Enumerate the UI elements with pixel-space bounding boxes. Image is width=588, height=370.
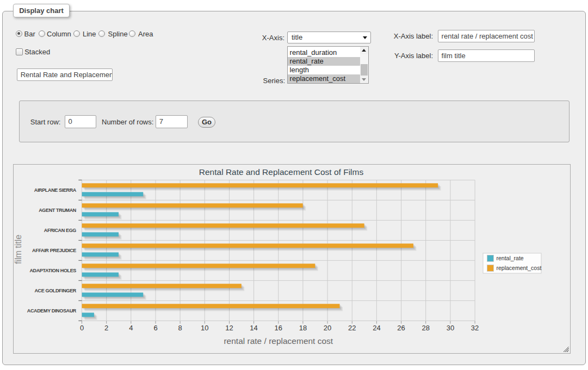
svg-text:ADAPTATION HOLES: ADAPTATION HOLES: [29, 268, 76, 273]
svg-text:rental rate / replacement cost: rental rate / replacement cost: [224, 336, 333, 346]
svg-text:18: 18: [299, 324, 307, 332]
svg-text:6: 6: [153, 324, 157, 332]
svg-text:Rental Rate and Replacement Co: Rental Rate and Replacement Cost of Film…: [199, 167, 364, 177]
svg-text:rental_rate: rental_rate: [497, 255, 524, 261]
svg-text:16: 16: [275, 324, 282, 332]
svg-text:AGENT TRUMAN: AGENT TRUMAN: [39, 208, 76, 213]
svg-text:8: 8: [178, 324, 182, 332]
svg-text:20: 20: [324, 324, 331, 332]
svg-text:0: 0: [80, 324, 84, 332]
svg-text:ACE GOLDFINGER: ACE GOLDFINGER: [34, 288, 76, 293]
svg-text:ACADEMY DINOSAUR: ACADEMY DINOSAUR: [27, 308, 77, 313]
svg-text:14: 14: [250, 324, 257, 332]
svg-text:26: 26: [397, 324, 405, 332]
svg-text:AFRICAN EGG: AFRICAN EGG: [44, 228, 76, 233]
svg-text:AFFAIR PREJUDICE: AFFAIR PREJUDICE: [32, 248, 76, 253]
svg-text:30: 30: [447, 324, 454, 332]
svg-text:2: 2: [104, 324, 108, 332]
svg-text:film title: film title: [14, 235, 23, 264]
svg-text:10: 10: [201, 324, 208, 332]
svg-text:24: 24: [373, 324, 380, 332]
svg-text:28: 28: [422, 324, 429, 332]
svg-text:32: 32: [471, 324, 479, 332]
svg-text:4: 4: [129, 324, 133, 332]
svg-text:12: 12: [225, 324, 233, 332]
svg-text:replacement_cost: replacement_cost: [497, 265, 542, 271]
svg-text:AIRPLANE SIERRA: AIRPLANE SIERRA: [34, 187, 77, 193]
svg-text:22: 22: [348, 324, 356, 332]
